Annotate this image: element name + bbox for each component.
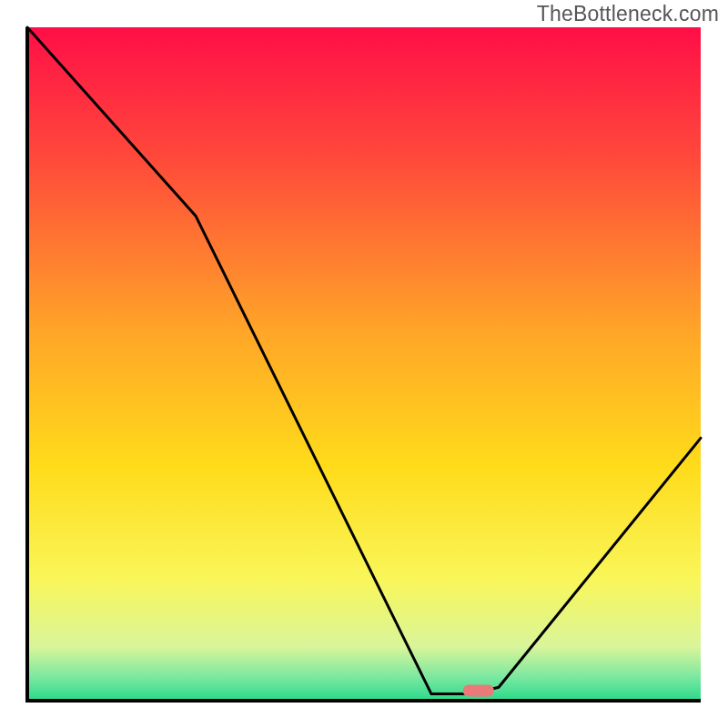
watermark-text: TheBottleneck.com bbox=[537, 2, 719, 26]
chart-container: TheBottleneck.com bbox=[0, 0, 728, 728]
bottleneck-chart bbox=[0, 0, 728, 728]
optimum-marker bbox=[463, 684, 494, 696]
plot-background bbox=[27, 27, 701, 701]
